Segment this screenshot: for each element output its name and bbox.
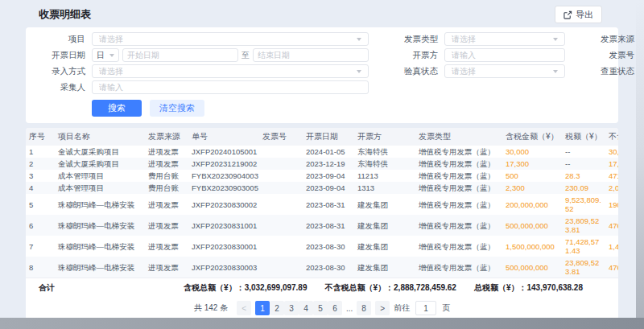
date-granularity-select[interactable]: 日 [92,48,119,62]
export-label: 导出 [576,9,593,21]
topbar: 收票明细表 导出 [0,0,644,27]
cell-net: 471.7 [605,170,618,182]
cell-seq: 7 [26,236,55,257]
cell-order-no: JXFP20230830001 [188,236,259,257]
start-date-input[interactable] [122,48,238,62]
page-button-5[interactable]: 5 [313,301,328,315]
table-row: 4成本管理项目费用台账FYBX202309030052023-09-041313… [26,182,618,194]
collector-input[interactable] [92,80,369,94]
cell-project: 珠穆朗玛峰—电梯安装 [55,194,145,215]
chevron-down-icon [553,38,558,41]
column-header-amount: 含税金额（¥） [502,128,562,146]
filter-project: 项目 请选择 [35,32,369,46]
cell-project: 成本管理项目 [55,182,145,194]
date-granularity-value: 日 [97,50,109,61]
verify-status-select[interactable]: 请选择 [444,64,565,78]
cell-invoice-no [259,257,303,278]
invoice-date-label: 开票日期 [35,50,85,61]
cell-seq: 3 [26,170,55,182]
total-tax: 总税额（¥）：143,970,638.28 [474,282,583,294]
column-header-seq: 序号 [26,128,55,146]
cell-amount: 1,500,000,000 [502,236,562,257]
chevron-down-icon [109,54,114,57]
cell-net: 30,000 [605,146,618,158]
issuer-input[interactable] [444,48,565,62]
table-row: 7珠穆朗玛峰—电梯安装进项发票JXFP202308300012023-08-30… [26,236,618,257]
page-button-1[interactable]: 1 [255,301,270,315]
project-select[interactable]: 请选择 [92,32,369,46]
filter-invoice-date: 开票日期 日 至 [35,48,369,62]
page-button-2[interactable]: 2 [270,301,284,315]
cell-net: 476,190,476.19 [605,215,618,236]
cell-tax: 230.09 [562,182,605,194]
chevron-down-icon [553,70,558,73]
goto-page-input[interactable] [415,301,436,315]
bottom-bar [0,318,644,329]
cell-issuer: 11213 [354,170,415,182]
cell-order-no: FYBX20230904003 [188,170,259,182]
table-row: 1金诚大厦采购项目进项发票JXFP202401050012024-01-05东海… [26,146,618,158]
page-ellipsis[interactable]: ... [342,301,357,315]
cell-type: 增值税专用发票（蓝） [415,170,502,182]
vertical-scrollbar[interactable] [636,0,644,329]
page-button-4[interactable]: 4 [299,301,313,315]
export-button[interactable]: 导出 [555,6,602,23]
cell-source: 进项发票 [145,257,188,278]
issuer-label: 开票方 [388,50,438,61]
end-date-input[interactable] [253,48,369,62]
project-placeholder: 请选择 [99,34,357,45]
cell-project: 金诚大厦采购项目 [55,158,145,170]
cell-invoice-no [259,236,303,257]
filter-collector: 采集人 [35,80,369,94]
page-title: 收票明细表 [39,7,91,22]
next-page-button[interactable]: > [375,301,390,315]
cell-seq: 6 [26,215,55,236]
table-body: 1金诚大厦采购项目进项发票JXFP202401050012024-01-05东海… [26,146,618,278]
entry-method-placeholder: 请选择 [99,66,357,77]
cell-date: 2023-08-30 [303,236,354,257]
cell-date: 2024-01-05 [303,146,354,158]
prev-page-button[interactable]: < [237,301,251,315]
invoice-table-card: 序号 项目名称 发票来源 单号 发票号 开票日期 开票方 发票类型 含税金额（¥… [26,128,618,320]
cell-issuer: 建发集团 [354,194,415,215]
cell-date: 2023-09-04 [303,170,354,182]
cell-project: 珠穆朗玛峰—电梯安装 [55,257,145,278]
page-button-3[interactable]: 3 [284,301,299,315]
cell-source: 进项发票 [145,158,188,170]
filter-issuer: 开票方 [388,48,565,62]
invoice-type-placeholder: 请选择 [452,34,553,45]
clear-search-button[interactable]: 清空搜索 [150,100,204,117]
cell-issuer: 1313 [354,182,415,194]
cell-issuer: 东海特供 [354,146,415,158]
invoice-type-select[interactable]: 请选择 [444,32,565,46]
cell-order-no: JXFP20230830003 [188,257,259,278]
page-button-6[interactable]: 6 [328,301,342,315]
page-button-8[interactable]: 8 [357,301,371,315]
filter-dup-check-status: 查重状态 请选择 [584,64,644,78]
cell-amount: 500,000,000 [502,215,562,236]
cell-source: 费用台账 [145,182,188,194]
date-range-separator: 至 [242,50,250,61]
collector-label: 采集人 [35,82,85,93]
cell-seq: 5 [26,194,55,215]
cell-source: 费用台账 [145,170,188,182]
table-row: 8珠穆朗玛峰—电梯安装进项发票JXFP202308300032023-08-30… [26,257,618,278]
entry-method-select[interactable]: 请选择 [92,64,369,78]
table-row: 5珠穆朗玛峰—电梯安装进项发票JXFP202308300022023-08-31… [26,194,618,215]
cell-tax: 9,523,809.52 [562,194,605,215]
cell-net: 2,069.91 [605,182,618,194]
invoice-table[interactable]: 序号 项目名称 发票来源 单号 发票号 开票日期 开票方 发票类型 含税金额（¥… [26,128,618,278]
cell-date: 2023-08-31 [303,194,354,215]
cell-issuer: 建发集团 [354,236,415,257]
search-button[interactable]: 搜索 [92,100,142,117]
column-header-issuer: 开票方 [354,128,415,146]
cell-order-no: JXFP20240105001 [188,146,259,158]
cell-amount: 500 [502,170,562,182]
cell-type: 增值税专用发票（蓝） [415,146,502,158]
total-count: 共 142 条 [194,302,228,314]
cell-source: 进项发票 [145,194,188,215]
cell-tax: 23,809,523.81 [562,215,605,236]
export-icon [564,10,572,19]
cell-seq: 8 [26,257,55,278]
dup-check-status-label: 查重状态 [584,66,634,77]
